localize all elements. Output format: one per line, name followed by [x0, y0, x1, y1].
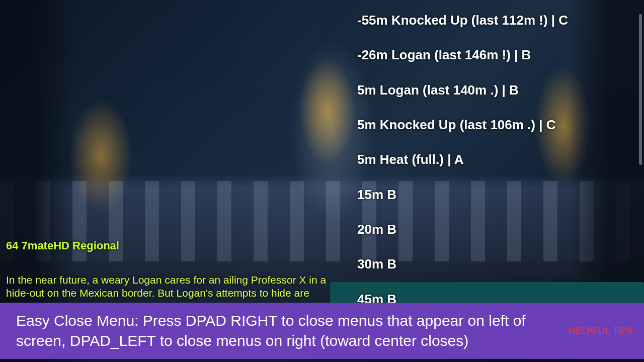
menu-item[interactable]: 15m B: [330, 177, 644, 212]
helpful-tips-bar: Easy Close Menu: Press DPAD RIGHT to clo…: [0, 303, 644, 359]
menu-item[interactable]: 5m Heat (full.) | A: [330, 142, 644, 177]
channel-label: 64 7mateHD Regional: [6, 239, 119, 252]
menu-item[interactable]: 5m Knocked Up (last 106m .) | C: [330, 108, 644, 142]
menu-item[interactable]: -55m Knocked Up (last 112m !) | C: [330, 3, 644, 38]
tips-label: HELPFUL TIPS: [562, 326, 644, 336]
timeshift-menu: -55m Knocked Up (last 112m !) | C -26m L…: [330, 0, 644, 317]
menu-scrollbar[interactable]: [639, 14, 642, 165]
tips-text: Easy Close Menu: Press DPAD RIGHT to clo…: [0, 304, 562, 358]
program-synopsis: In the near future, a weary Logan cares …: [6, 274, 328, 300]
menu-item[interactable]: 20m B: [330, 212, 644, 247]
menu-item[interactable]: 5m Logan (last 140m .) | B: [330, 73, 644, 108]
menu-item[interactable]: 30m B: [330, 247, 644, 282]
menu-item[interactable]: -26m Logan (last 146m !) | B: [330, 38, 644, 72]
